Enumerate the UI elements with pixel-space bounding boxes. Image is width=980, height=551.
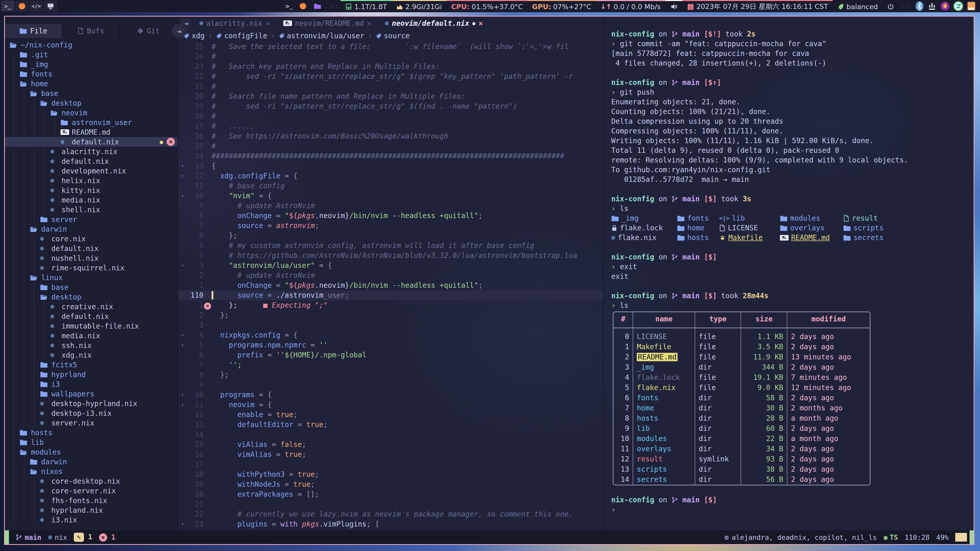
power-button[interactable] [883, 0, 899, 12]
tree-item[interactable]: server [5, 214, 177, 224]
breadcrumb-item[interactable]: xdg [183, 32, 205, 40]
code-line[interactable]: 5 # my cusotom astronvim config, astronv… [178, 241, 603, 251]
tree-item[interactable]: i3 [5, 380, 177, 389]
zreader-icon[interactable] [953, 1, 963, 11]
nightly-icon[interactable] [940, 1, 950, 11]
code-line[interactable]: 20 extraPackages = []; [178, 489, 603, 499]
module-volume[interactable] [665, 0, 682, 12]
code-line[interactable]: ▾12 xdg.configFile = { [178, 171, 603, 181]
workspace-button-3[interactable]: </> [30, 1, 43, 11]
tree-item[interactable]: ❄shell.nix [5, 205, 177, 214]
tree-item[interactable]: linux [5, 273, 177, 283]
tree-item[interactable]: darwin [5, 457, 177, 467]
module-gpu[interactable]: GPU:07%+27°C [528, 0, 596, 12]
tree-item[interactable]: ❄alacritty.nix [5, 147, 177, 156]
code-line[interactable]: 9 [178, 380, 603, 390]
tree-item[interactable]: hyprland [5, 370, 177, 380]
folder-launch-icon[interactable] [313, 2, 321, 10]
code-line[interactable]: 6 }; [178, 230, 603, 241]
close-icon[interactable]: × [479, 19, 483, 28]
tree-item[interactable]: M↓README.md [5, 127, 177, 137]
tree-item[interactable]: ❄core.nix [5, 234, 177, 244]
tree-item[interactable]: ❄core-server.nix [5, 486, 177, 495]
editor-tab[interactable]: ❄alacritty.nix× [194, 17, 275, 30]
tree-item[interactable]: ❄development.nix [5, 166, 177, 176]
input-method-icon[interactable] [928, 2, 937, 11]
tree-item[interactable]: ❄rime-squirrel.nix [5, 263, 177, 273]
editor-tab[interactable]: ❄neovim/default.nix●× [379, 17, 489, 30]
tree-item[interactable]: ❄desktop-i3.nix [5, 408, 177, 418]
workspace-button-1[interactable]: >_ [1, 1, 14, 11]
tree-item[interactable]: neovim [5, 108, 177, 118]
tree-item[interactable]: ❄core-desktop.nix [5, 476, 177, 486]
statusline-branch[interactable]: main [16, 534, 41, 541]
tree-item[interactable]: hosts [5, 428, 177, 437]
tree-item[interactable]: ❄ssh.nix [5, 341, 177, 350]
code-line[interactable]: ▾11 neovim = { [178, 400, 603, 410]
tree-item[interactable]: ❄desktop-hyprland.nix [5, 399, 177, 408]
workspace-button-4[interactable] [44, 1, 57, 11]
code-line[interactable]: 15 viAlias = false; [178, 440, 603, 449]
code-line[interactable]: 15# [178, 141, 603, 151]
tree-item[interactable]: ❄xdg.nix [5, 350, 177, 360]
tree-item[interactable]: ❄default.nix [5, 311, 177, 321]
neotree-tab-git[interactable]: Git [120, 24, 177, 38]
code-line[interactable]: 14 [178, 430, 603, 440]
code-line[interactable]: ▾4 nixpkgs.config = { [178, 330, 603, 340]
code-line[interactable]: 22 # currently we use lazy.nvim as neovi… [178, 509, 603, 519]
module-clock[interactable]: 2023年 07月 29日 星期六 16:16:11 CST [682, 0, 833, 12]
tree-item[interactable]: lib [5, 437, 177, 447]
neotree-tab-file[interactable]: File [5, 24, 62, 38]
code-line[interactable]: ▾23 plugins = with pkgs.vimPlugins; [ [178, 519, 603, 529]
module-cpu[interactable]: CPU:01.5%+37.0°C [447, 0, 528, 12]
code-line[interactable]: 6 prefix = ''${HOME}/.npm-global [178, 350, 603, 360]
tree-item[interactable]: ❄immutable-file.nix [5, 321, 177, 331]
code-line[interactable]: 11 # base config [178, 181, 603, 191]
tree-item[interactable]: darwin [5, 224, 177, 234]
code-line[interactable]: ▾13{ [178, 161, 603, 171]
code-line[interactable]: 2 # update AstroNvim [178, 270, 603, 280]
code-line[interactable]: 24# [178, 52, 603, 62]
code-line[interactable]: 23# Search key pattern and Replace in Mu… [178, 62, 603, 71]
tree-item[interactable]: wallpapers [5, 389, 177, 399]
code-line[interactable]: ▾5 programs.npm.npmrc = '' [178, 340, 603, 350]
module-network[interactable]: ↓↑0.0 / 0.0 Mb/s [596, 0, 665, 12]
editor-tab[interactable]: M↓neovim/README.md× [278, 17, 377, 30]
tree-item[interactable]: ❄media.nix [5, 195, 177, 205]
code-line[interactable]: 21 [178, 499, 603, 509]
code-line[interactable]: 12 enable = true; [178, 410, 603, 420]
code-line[interactable]: 17 [178, 459, 603, 469]
tree-item[interactable]: ❄hyprland.nix [5, 505, 177, 515]
code-line[interactable]: 25# Save the selected text to a file: `:… [178, 41, 603, 52]
tree-item[interactable]: ❄helix.nix [5, 176, 177, 186]
tree-item[interactable]: base [5, 283, 177, 292]
code-line[interactable]: 4 # https://github.com/AstroNvim/AstroNv… [178, 251, 603, 260]
tree-item[interactable]: desktop [5, 98, 177, 108]
tree-item[interactable]: ❄default.nix●× [5, 137, 177, 147]
module-disk[interactable]: 1.1T/1.8T [340, 0, 391, 12]
clipboard-icon[interactable] [967, 1, 976, 11]
code-line[interactable]: 19 withNodeJs = true; [178, 479, 603, 489]
terminal-icon[interactable]: >_ [285, 3, 293, 10]
code-line[interactable]: 17# ...... [178, 121, 603, 131]
code-line[interactable]: 14######################################… [178, 151, 603, 161]
tree-item[interactable]: base [5, 89, 177, 98]
close-icon[interactable]: × [266, 19, 270, 28]
code-line[interactable]: 9 # update AstroNvim [178, 201, 603, 211]
tree-item[interactable]: desktop [5, 292, 177, 302]
bluetooth-icon[interactable] [915, 1, 924, 11]
code-line[interactable]: ▾3 "astronvim/lua/user" = { [178, 260, 603, 270]
tree-item[interactable]: ❄fhs-fonts.nix [5, 495, 177, 505]
workspace-switcher[interactable]: >_</> [0, 0, 58, 12]
code-line[interactable]: 21# [178, 81, 603, 91]
tree-item[interactable]: ❄default.nix [5, 156, 177, 166]
tree-item[interactable]: fonts [5, 69, 177, 79]
tree-item[interactable]: .git [5, 50, 177, 59]
code-line[interactable]: 20# Search file name pattern and Replace… [178, 91, 603, 101]
tree-item[interactable]: ❄media.nix [5, 331, 177, 341]
tree-item[interactable]: ~/nix-config [5, 40, 177, 50]
system-tray[interactable] [911, 0, 980, 12]
code-line[interactable]: 18# [178, 111, 603, 121]
code-line[interactable]: 16# See https://astronvim.com/Basic%20Us… [178, 131, 603, 141]
tree-item[interactable]: ❄kitty.nix [5, 186, 177, 195]
